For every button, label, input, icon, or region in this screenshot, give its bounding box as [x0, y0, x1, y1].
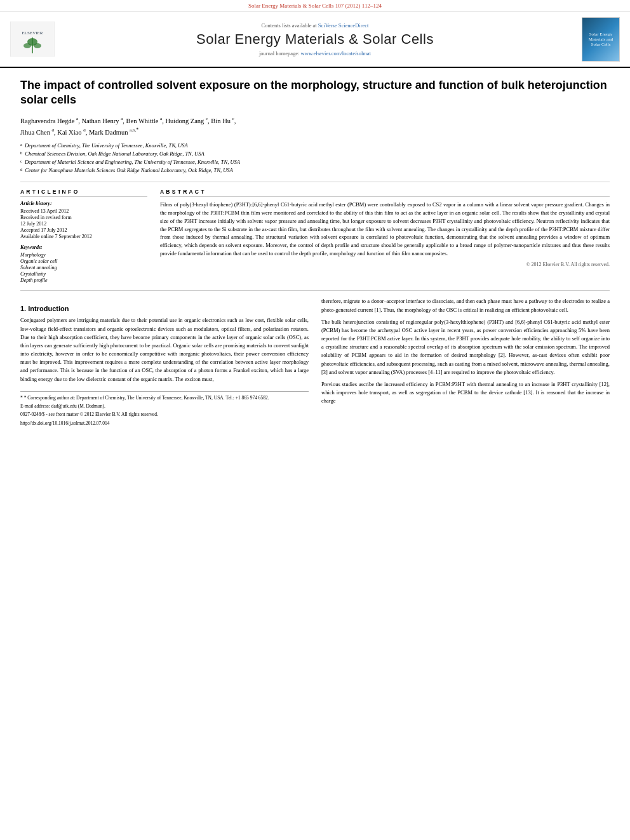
footnote-doi: http://dx.doi.org/10.1016/j.solmat.2012.… [20, 420, 309, 427]
accepted-date: Accepted 17 July 2012 [20, 227, 147, 233]
elsevier-logo-icon: ELSEVIER [10, 22, 55, 57]
citation-text: Solar Energy Materials & Solar Cells 107… [248, 3, 382, 9]
sciverse-line: Contents lists available at SciVerse Sci… [61, 22, 569, 29]
article-title: The impact of controlled solvent exposur… [20, 78, 610, 108]
section1-para2: therefore, migrate to a donor–acceptor i… [321, 297, 610, 314]
journal-title: Solar Energy Materials & Solar Cells [61, 31, 569, 48]
journal-info-center: Contents lists available at SciVerse Sci… [61, 22, 569, 57]
revised-date: 12 July 2012 [20, 221, 147, 227]
main-content: The impact of controlled solvent exposur… [0, 68, 630, 438]
footnote-issn: 0927-0248/$ - see front matter © 2012 El… [20, 411, 309, 418]
journal-homepage: journal homepage: www.elsevier.com/locat… [61, 50, 569, 57]
abstract-text: Films of poly(3-hexyl thiophene) (P3HT):… [160, 201, 610, 257]
keyword-crystallinity: Crystallinity [20, 271, 147, 277]
svg-text:ELSEVIER: ELSEVIER [22, 30, 43, 36]
section1-para1: Conjugated polymers are intriguing mater… [20, 316, 309, 383]
keywords-section: Keywords: Morphology Organic solar cell … [20, 244, 147, 283]
footnote-star: * * Corresponding author at: Department … [20, 394, 309, 401]
divider-2 [20, 290, 610, 291]
article-info-abstract-section: A R T I C L E I N F O Article history: R… [20, 189, 610, 284]
body-text-section: 1. Introduction Conjugated polymers are … [20, 297, 610, 427]
footnote-email: E-mail address: dad@utk.edu (M. Dadmun). [20, 403, 309, 410]
section1-para3: The bulk heterojunction consisting of re… [321, 318, 610, 377]
body-col-left: 1. Introduction Conjugated polymers are … [20, 297, 309, 427]
article-info-column: A R T I C L E I N F O Article history: R… [20, 189, 147, 284]
journal-cover-image: Solar Energy Materials and Solar Cells [582, 17, 620, 62]
abstract-label: A B S T R A C T [160, 189, 610, 197]
journal-header: ELSEVIER Contents lists available at Sci… [0, 12, 630, 68]
keyword-organic-solar-cell: Organic solar cell [20, 258, 147, 264]
received-date: Received 13 April 2012 [20, 208, 147, 214]
available-date: Available online 7 September 2012 [20, 234, 147, 239]
affiliations: a Department of Chemistry, The Universit… [20, 142, 610, 174]
keywords-label: Keywords: [20, 244, 147, 250]
section1-para4: Previous studies ascribe the increased e… [321, 380, 610, 406]
section1-title: 1. Introduction [20, 305, 309, 312]
journal-cover-container: Solar Energy Materials and Solar Cells [569, 17, 620, 62]
history-label: Article history: [20, 201, 147, 206]
article-history: Article history: Received 13 April 2012 … [20, 201, 147, 239]
authors: Raghavendra Hegde a, Nathan Henry a, Ben… [20, 116, 610, 138]
sciverse-link[interactable]: SciVerse ScienceDirect [318, 22, 369, 29]
body-col-right: therefore, migrate to a donor–acceptor i… [321, 297, 610, 427]
received-revised-label: Received in revised form [20, 215, 147, 220]
svg-point-5 [34, 43, 41, 48]
elsevier-logo-container: ELSEVIER [10, 22, 61, 58]
keyword-depth-profile: Depth profile [20, 277, 147, 283]
keyword-morphology: Morphology [20, 252, 147, 258]
citation-bar: Solar Energy Materials & Solar Cells 107… [0, 0, 630, 12]
keyword-solvent-annealing: Solvent annealing [20, 265, 147, 270]
article-info-label: A R T I C L E I N F O [20, 189, 147, 197]
svg-point-4 [23, 43, 31, 48]
homepage-link[interactable]: www.elsevier.com/locate/solmat [301, 50, 371, 57]
footnotes: * * Corresponding author at: Department … [20, 391, 309, 427]
divider-1 [20, 182, 610, 182]
abstract-column: A B S T R A C T Films of poly(3-hexyl th… [160, 189, 610, 284]
copyright-line: © 2012 Elsevier B.V. All rights reserved… [160, 262, 610, 267]
